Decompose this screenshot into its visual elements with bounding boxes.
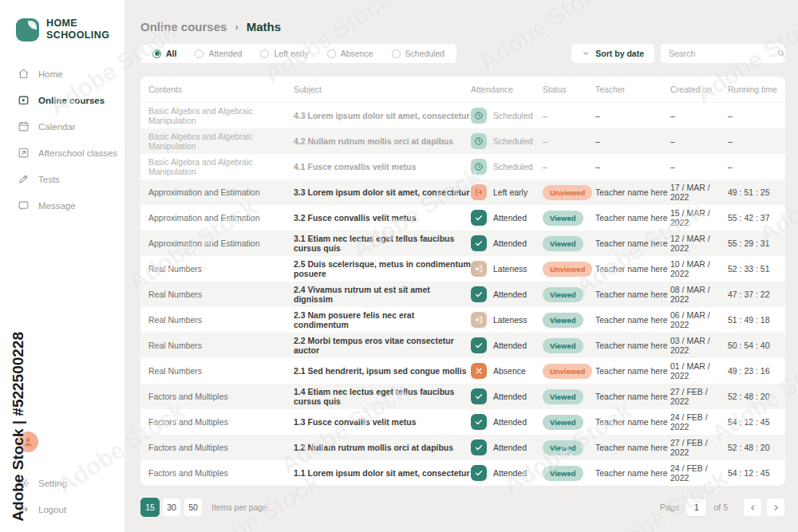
items-per-page-15-button[interactable]: 15 [140,498,160,517]
filter-option-attended[interactable]: Attended [195,49,242,58]
sidebar-item-logout[interactable]: Logout [0,496,124,522]
cell-attendance: Lateness [471,312,543,328]
cell-created: – [670,111,728,120]
lateness-icon [471,312,487,328]
sidebar-item-calendar[interactable]: Calendar [0,113,124,140]
prev-page-button[interactable] [743,498,762,517]
online-courses-icon [18,94,30,106]
sidebar-item-label: Message [38,201,76,211]
avatar[interactable] [18,432,38,452]
attendance-label: Lateness [493,315,527,325]
cell-status: Viewed [543,440,595,455]
table-row[interactable]: Factors and Multiples 1.1 Lorem ipsum do… [140,460,785,486]
table-row[interactable]: Approximation and Estimation 3.3 Lorem i… [140,179,785,205]
table-row[interactable]: Factors and Multiples 1.2 Nullam rutrum … [140,435,785,460]
cell-subject: 3.1 Etiam nec lectus eget tellus faucibu… [294,234,471,253]
sidebar-item-tests[interactable]: Tests [0,166,124,192]
cell-subject: 2.4 Vivamus rutrum ut est sit amet digni… [294,285,471,304]
cell-created: 01 / MAR / 2022 [670,361,728,380]
cell-running: 55 : 29 : 31 [728,238,777,248]
cell-attendance: Attended [471,439,543,455]
cell-teacher: Teacher name here [595,392,670,401]
page-number-input[interactable] [685,498,707,517]
cell-contents: Approximation and Estimation [148,213,294,223]
attendance-label: Scheduled [493,162,533,171]
status-badge: Viewed [543,466,583,481]
attendance-filter-bar: All Attended Left early Absence Schedule… [140,44,456,63]
status-badge: Viewed [543,313,583,328]
table-row[interactable]: Factors and Multiples 1.4 Etiam nec lect… [140,384,785,409]
cell-contents: Real Numbers [148,290,294,299]
filter-option-left-early[interactable]: Left early [260,49,308,58]
cell-attendance: Left early [471,184,543,200]
cell-subject: 1.2 Nullam rutrum mollis orci at dapibus [294,443,471,452]
attendance-label: Scheduled [493,136,533,146]
tests-icon [18,173,30,185]
sidebar-item-home[interactable]: Home [0,61,124,87]
filter-option-label: Absence [341,49,373,58]
logout-icon [18,503,30,515]
sidebar-item-setting[interactable]: Setting [0,470,124,496]
cell-subject: 2.3 Nam posuere felis nec erat condiment… [294,310,471,329]
cell-subject: 2.1 Sed hendrerit, ipsum sed congue moll… [294,366,471,376]
filter-option-absence[interactable]: Absence [327,49,373,58]
table-row[interactable]: Real Numbers 2.2 Morbi tempus eros vitae… [140,333,785,358]
cell-contents: Real Numbers [148,341,294,350]
filter-option-label: Attended [208,49,242,58]
table-row[interactable]: Real Numbers 2.4 Vivamus rutrum ut est s… [140,282,785,307]
cell-created: 15 / MAR / 2022 [670,208,728,227]
table-row[interactable]: Basic Algebra and Algebraic Manipulation… [140,103,785,128]
column-header-created: Created on [670,85,728,94]
page-nav [739,498,785,517]
table-row[interactable]: Approximation and Estimation 3.2 Fusce c… [140,205,785,231]
table-row[interactable]: Real Numbers 2.5 Duis scelerisque, metus… [140,256,785,282]
items-per-page-50-button[interactable]: 50 [184,498,203,517]
sidebar-item-label: Tests [38,175,60,184]
table-row[interactable]: Basic Algebra and Algebraic Manipulation… [140,128,785,154]
cell-teacher: Teacher name here [595,366,670,376]
sidebar-item-online-courses[interactable]: Online courses [0,87,124,113]
filter-option-scheduled[interactable]: Scheduled [392,49,445,58]
table-row[interactable]: Real Numbers 2.1 Sed hendrerit, ipsum se… [140,358,785,384]
afterschool-classes-icon [18,147,30,159]
cell-created: 10 / MAR / 2022 [670,259,728,278]
cell-status: – [543,111,595,120]
app-logo: HOME SCHOOLING [0,0,124,41]
next-page-button[interactable] [766,498,785,517]
attended-icon [471,439,487,455]
cell-status: – [543,136,595,146]
person-icon [22,435,34,448]
items-per-page-30-button[interactable]: 30 [162,498,181,517]
table-row[interactable]: Factors and Multiples 1.3 Fusce convalli… [140,409,785,435]
sort-by-date-button[interactable]: Sort by date [571,44,654,63]
attendance-label: Attended [493,417,527,427]
cell-running: 54 : 12 : 45 [728,417,777,427]
search-icon[interactable] [776,49,786,58]
search-input[interactable] [669,49,776,58]
sidebar-item-message[interactable]: Message [0,192,124,219]
breadcrumb-separator: › [235,21,238,33]
status-badge: Viewed [543,287,583,302]
sidebar-item-afterschool-classes[interactable]: Afterschool classes [0,140,124,166]
table-row[interactable]: Basic Algebra and Algebraic Manipulation… [140,154,785,179]
attendance-label: Attended [493,443,527,452]
cell-subject: 4.2 Nullam rutrum mollis orci at dapibus [294,136,471,146]
cell-running: 55 : 42 : 37 [728,213,777,223]
attendance-label: Left early [493,187,527,197]
table-row[interactable]: Approximation and Estimation 3.1 Etiam n… [140,231,785,256]
table-row[interactable]: Real Numbers 2.3 Nam posuere felis nec e… [140,307,785,333]
cell-status: Viewed [543,466,595,481]
cell-subject: 4.3 Lorem ipsum dolor sit amet, consecte… [294,111,471,120]
attendance-label: Attended [493,290,527,299]
cell-teacher: Teacher name here [595,264,670,274]
cell-attendance: Attended [471,465,543,481]
cell-running: 54 : 12 : 45 [728,468,777,478]
scheduled-icon [471,108,487,124]
sidebar-item-label: Calendar [38,122,76,132]
sidebar-item-label: Home [38,69,63,79]
attended-icon [471,465,487,481]
filter-option-all[interactable]: All [152,49,176,58]
breadcrumb-parent[interactable]: Online courses [140,20,227,33]
status-badge: Viewed [543,389,583,404]
cell-attendance: Attended [471,388,543,404]
